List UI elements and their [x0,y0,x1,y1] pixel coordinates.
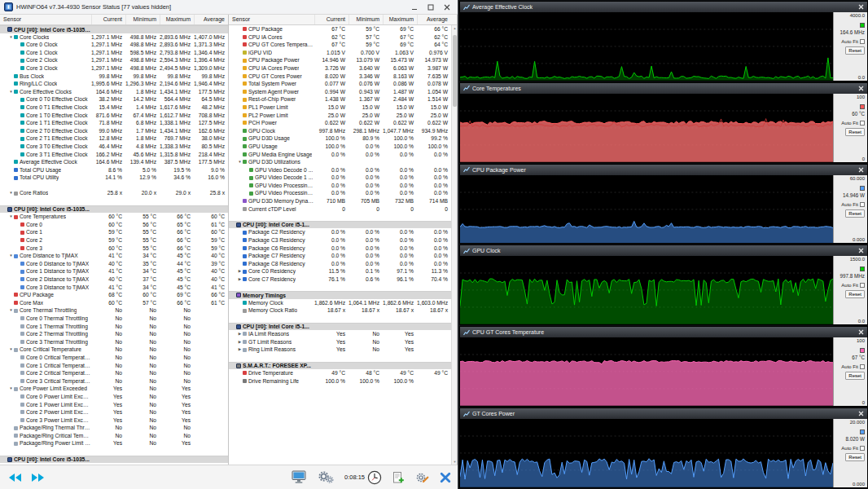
sensor-row[interactable]: CPU IA Cores62 °C57 °C67 °C62 °C [229,33,451,42]
sensor-row[interactable]: CPU Package68 °C60 °C69 °C66 °C [0,291,228,299]
sensor-row[interactable]: Core 2 T1 Effective Clock12.8 MHz1.8 MHz… [0,134,228,143]
sensor-row[interactable]: PL1 Power Limit15.0 W15.0 W15.0 W15.0 W [229,104,451,112]
sensor-row[interactable]: Package C2 Residency0.0 %0.0 %0.0 %0.0 % [229,228,451,236]
sensor-row[interactable]: GPU D3D Usage100.0 %80.9 %100.0 %99.2 % [229,134,451,143]
collapse-arrow-icon[interactable]: ▼ [8,88,14,96]
window-titlebar[interactable]: HWiNFO64 v7.34-4930 Sensor Status [77 va… [0,0,458,15]
sensor-row[interactable]: PL2 Power Limit25.0 W25.0 W25.0 W25.0 W [229,112,451,120]
sensor-row[interactable]: ▼Core Temperatures60 °C55 °C66 °C60 °C [0,213,228,221]
remote-monitoring-button[interactable] [290,469,308,485]
sensor-row[interactable]: ▶IA Limit ReasonsYesNoYes [229,330,451,338]
sensor-row[interactable]: ▼Core Clocks1,297.1 MHz498.8 MHz2,893.6 … [0,33,228,42]
auto-fit-option[interactable]: Auto Fit [841,446,865,451]
sensor-row[interactable]: GPU D3D Memory Dynamic710 MB705 MB732 MB… [229,197,451,205]
sensor-row[interactable]: CPU IA Cores Power3.726 W3.640 W6.063 W3… [229,64,451,73]
sensor-row[interactable]: Core 1 Distance to TjMAX41 °C34 °C45 °C4… [0,267,228,275]
next-page-button[interactable] [29,472,47,483]
graph-titlebar[interactable]: GPU Clock [460,245,867,256]
sensor-group-row[interactable]: CPU [#0]: Intel Core i5-1035G1 [0,25,228,33]
scroll-up-icon[interactable]: ▲ [452,25,458,31]
sensor-row[interactable]: Package/Ring Power Limit Ex...YesNoYes [0,439,228,447]
sensor-row[interactable]: Rest-of-Chip Power1.438 W1.367 W2.484 W1… [229,95,451,104]
graph-close-button[interactable] [858,4,864,10]
collapse-arrow-icon[interactable]: ▼ [8,33,14,42]
reset-button[interactable]: Reset [845,46,865,55]
sensor-row[interactable]: Average Effective Clock164.6 MHz139.4 MH… [0,158,228,166]
sensor-row[interactable]: Core 1 Clock1,297.1 MHz598.5 MHz2,793.8 … [0,49,228,57]
sensor-row[interactable]: ▶Core C0 Residency11.5 %0.1 %97.1 %11.3 … [229,267,451,275]
sensor-row[interactable]: Core 3 Clock1,297.1 MHz498.8 MHz2,494.5 … [0,64,228,73]
sensor-row[interactable]: Core 3 T0 Effective Clock46.4 MHz4.8 MHz… [0,143,228,151]
auto-fit-option[interactable]: Auto Fit [841,39,865,44]
sensor-row[interactable]: ▼GPU D3D Utilizations [229,158,451,166]
auto-fit-checkbox[interactable] [860,39,865,44]
auto-fit-option[interactable]: Auto Fit [841,283,865,288]
sensor-row[interactable]: Total System Power0.077 W0.076 W0.086 W0… [229,80,451,88]
collapse-arrow-icon[interactable]: ▼ [8,385,14,393]
reset-button[interactable]: Reset [845,128,865,136]
add-custom-sensor-button[interactable] [391,470,406,485]
sensor-row[interactable]: Memory Clock1,862.6 MHz1,064.1 MHz1,862.… [229,299,451,307]
sensor-row[interactable]: Core 0 Distance to TjMAX40 °C35 °C44 °C3… [0,260,228,268]
sensor-row[interactable]: Core 159 °C55 °C66 °C60 °C [0,228,228,236]
settings-button[interactable] [317,469,335,485]
graph-close-button[interactable] [858,86,864,91]
reset-button[interactable]: Reset [845,290,865,298]
sensor-group-row[interactable]: S.M.A.R.T.: FORESEE XP... [229,362,451,370]
sensor-row[interactable]: Core 1 Critical TemperatureNoNoNo [0,362,228,370]
sensor-row[interactable]: Core 2 Critical TemperatureNoNoNo [0,369,228,377]
sensor-row[interactable]: Core 2 Clock1,297.1 MHz498.8 MHz2,594.3 … [0,56,228,64]
sensor-group-row[interactable]: CPU [#0]: Intel Core i5-1035... [0,456,228,464]
scrollbar[interactable]: ▲ ▼ [451,25,457,465]
auto-fit-option[interactable]: Auto Fit [841,202,865,207]
sensor-row[interactable]: System Agent Power0.994 W0.943 W1.487 W1… [229,88,451,96]
reset-button[interactable]: Reset [845,372,865,380]
sensor-row[interactable]: Package C8 Residency0.0 %0.0 %0.0 %0.0 % [229,260,451,268]
graph-close-button[interactable] [858,167,864,173]
sensor-row[interactable]: Core 3 Critical TemperatureNoNoNo [0,377,228,385]
sensor-row[interactable]: Total CPU Usage8.6 %5.0 %19.5 %9.0 % [0,166,228,174]
sensor-row[interactable]: Total CPU Utility14.1 %12.9 %34.6 %16.0 … [0,174,228,182]
sensor-row[interactable]: ▼Core Distance to TjMAX41 °C34 °C45 °C40… [0,252,228,260]
sensor-row[interactable]: Ring/LLC Clock1,995.6 MHz1,296.3 MHz2,19… [0,80,228,88]
auto-fit-checkbox[interactable] [860,446,865,451]
sensor-row[interactable]: GPU Usage100.0 %0.0 %100.0 %100.0 % [229,143,451,151]
sensor-row[interactable]: iGPU VID1.015 V0.700 V1.063 V0.976 V [229,49,451,57]
graph-close-button[interactable] [858,329,864,335]
configure-sensors-button[interactable] [414,470,430,485]
sensor-row[interactable]: ▶Core C7 Residency76.1 %0.6 %96.1 %70.4 … [229,275,451,284]
sensor-row[interactable]: CPU GT Cores Temperature67 °C59 °C69 °C6… [229,41,451,49]
sensor-row[interactable]: GPU Video Decode 1 ...0.0 %0.0 %0.0 %0.0… [229,174,451,182]
collapse-arrow-icon[interactable]: ▼ [8,306,14,315]
graph-titlebar[interactable]: CPU GT Cores Temperature [460,327,867,337]
sensor-row[interactable]: Core 2 Distance to TjMAX40 °C37 °C45 °C4… [0,275,228,284]
collapse-arrow-icon[interactable]: ▼ [8,213,14,221]
graph-titlebar[interactable]: Core Temperatures [460,83,867,94]
scrollbar-thumb[interactable] [453,35,457,107]
collapse-arrow-icon[interactable]: ▼ [8,346,14,354]
sensor-row[interactable]: Core 2 T0 Effective Clock99.0 MHz1.7 MHz… [0,127,228,135]
sensor-row[interactable]: CPU Package67 °C59 °C69 °C66 °C [229,25,451,33]
sensor-row[interactable]: Package C6 Residency0.0 %0.0 %0.0 %0.0 % [229,244,451,253]
sensor-row[interactable]: Core 0 Clock1,297.1 MHz498.8 MHz2,893.6 … [0,41,228,49]
sensor-row[interactable]: Core 3 T1 Effective Clock166.2 MHz45.6 M… [0,151,228,159]
sensor-row[interactable]: GPU Video Processing ...0.0 %0.0 %0.0 %0… [229,182,451,190]
auto-fit-checkbox[interactable] [860,364,865,369]
expand-arrow-icon[interactable]: ▶ [237,330,243,338]
sensor-row[interactable]: Core 0 Power Limit Excee...YesNoYes [0,393,228,401]
sensor-row[interactable]: Package/Ring Thermal Thrott...NoNoNo [0,424,228,432]
sensor-row[interactable]: Memory Clock Ratio18.67 x18.67 x18.67 x1… [229,306,451,315]
sensor-row[interactable]: Core 2 Power Limit Excee...YesNoYes [0,408,228,416]
sensor-row[interactable]: ▼Core Critical TemperatureNoNoNo [0,346,228,354]
graph-close-button[interactable] [858,248,864,253]
sensor-row[interactable]: ▶Ring Limit ReasonsYesNoYes [229,346,451,354]
close-sensors-button[interactable] [439,471,452,484]
expand-arrow-icon[interactable]: ▶ [237,275,243,284]
sensor-row[interactable]: Bus Clock99.8 MHz99.8 MHz99.8 MHz99.8 MH… [0,73,228,81]
sensor-row[interactable]: Core 3 Power Limit Excee...YesNoYes [0,416,228,425]
sensor-row[interactable]: Package/Ring Critical Temper...NoNoNo [0,432,228,440]
maximize-button[interactable] [426,2,435,11]
sensor-row[interactable]: PCH Power0.622 W0.622 W0.622 W0.622 W [229,119,451,127]
graph-titlebar[interactable]: CPU Package Power [460,165,867,175]
graph-titlebar[interactable]: Average Effective Clock [460,2,867,12]
